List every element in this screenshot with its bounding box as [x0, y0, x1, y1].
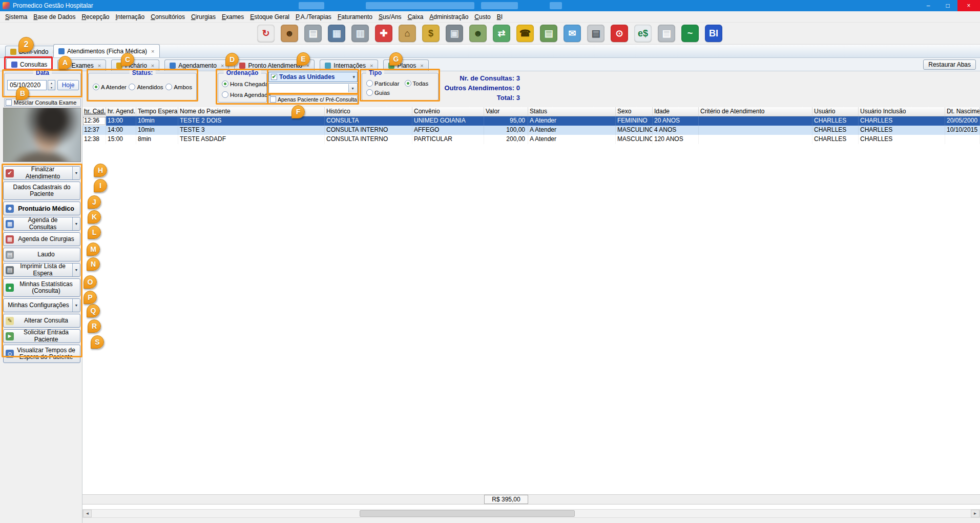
- tab-close-icon[interactable]: ×: [151, 48, 154, 54]
- tab-close-icon[interactable]: ×: [151, 63, 154, 69]
- cell[interactable]: [699, 135, 812, 144]
- radio-a-atender[interactable]: A Atender: [93, 84, 127, 90]
- patients-icon[interactable]: ☻: [281, 25, 298, 42]
- cell[interactable]: 4 ANOS: [653, 126, 699, 135]
- menu-administracao[interactable]: Administração: [426, 12, 471, 22]
- menu-custo[interactable]: Custo: [471, 12, 493, 22]
- scrollbar-thumb[interactable]: [360, 510, 575, 517]
- computer-icon[interactable]: ▦: [328, 25, 345, 42]
- dropdown-arrow-icon[interactable]: ▼: [72, 167, 80, 179]
- e-billing-icon[interactable]: e$: [634, 25, 652, 42]
- invoice-icon[interactable]: ▤: [587, 25, 604, 42]
- column-header-tempo-espera[interactable]: Tempo Espera: [136, 107, 178, 116]
- column-header-nome-do-paciente[interactable]: Nome do Paciente: [178, 107, 325, 116]
- finalizar-atendimento-button[interactable]: ✔Finalizar Atendimento▼: [3, 166, 80, 180]
- scroll-left-icon[interactable]: ◄: [83, 510, 92, 517]
- bi-icon[interactable]: BI: [705, 25, 722, 42]
- money-icon[interactable]: $: [422, 25, 440, 42]
- imprimir-lista-de-espera-button[interactable]: ▤Imprimir Lista de Espera▼: [3, 263, 80, 277]
- radio-ambos[interactable]: Ambos: [165, 84, 192, 90]
- tab-bem-vindo[interactable]: Bem-vindo×: [5, 46, 61, 57]
- tab-planos[interactable]: Planos×: [383, 59, 428, 71]
- menu-cirurgias[interactable]: Cirurgias: [188, 12, 219, 22]
- date-spinner[interactable]: ▴▾: [48, 80, 55, 90]
- alterar-consulta-button[interactable]: ✎Alterar Consulta: [3, 314, 80, 328]
- tab-close-icon[interactable]: ×: [420, 63, 423, 69]
- radio-atendidos[interactable]: Atendidos: [129, 84, 163, 90]
- radio-todas[interactable]: Todas: [405, 80, 429, 87]
- tab-exames[interactable]: Exames×: [57, 59, 106, 71]
- power-icon[interactable]: ⊙: [611, 25, 628, 42]
- phonebook-icon[interactable]: ☎: [516, 25, 534, 42]
- menu-sistema[interactable]: Sistema: [2, 12, 30, 22]
- cell[interactable]: 12:37: [82, 126, 106, 135]
- tab-agendamento[interactable]: Agendamento×: [164, 59, 229, 71]
- tab-close-icon[interactable]: ×: [221, 63, 224, 69]
- cell[interactable]: CONSULTA INTERNO: [325, 126, 412, 135]
- cell[interactable]: 200,00: [484, 135, 528, 144]
- cell[interactable]: A Atender: [528, 126, 616, 135]
- column-header-idade[interactable]: Idade: [653, 107, 699, 116]
- agenda-de-cirurgias-button[interactable]: ▦Agenda de Cirurgias: [3, 232, 80, 246]
- minhas-configuracoes-button[interactable]: Minhas Configurações▼: [3, 298, 80, 312]
- column-header-dt-nascimento[interactable]: Dt. Nascimento: [945, 107, 980, 116]
- menu-consultorios[interactable]: Consultórios: [148, 12, 188, 22]
- printer-icon[interactable]: ▤: [304, 25, 322, 42]
- radio-hora-chegada[interactable]: Hora Chegada: [222, 81, 271, 87]
- today-button[interactable]: Hoje: [57, 80, 79, 90]
- cell[interactable]: AFFEGO: [412, 126, 484, 135]
- cell[interactable]: 100,00: [484, 126, 528, 135]
- date-input[interactable]: 05/10/2020: [7, 80, 47, 90]
- radio-particular[interactable]: Particular: [366, 80, 400, 87]
- ledger-icon[interactable]: ▤: [540, 25, 557, 42]
- cell[interactable]: CHARLLES: [812, 116, 859, 126]
- cell[interactable]: [699, 116, 812, 126]
- menu-base-de-dados[interactable]: Base de Dados: [30, 12, 78, 22]
- radio-hora-agendada[interactable]: Hora Agendada: [222, 91, 271, 98]
- cell[interactable]: CONSULTA INTERNO: [325, 135, 412, 144]
- menu-exames[interactable]: Exames: [219, 12, 247, 22]
- cell[interactable]: UNIMED GOIANIA: [412, 116, 484, 126]
- column-header-usuario[interactable]: Usuário: [812, 107, 859, 116]
- cell[interactable]: 95,00: [484, 116, 528, 126]
- menu-estoque-geral[interactable]: Estoque Geral: [247, 12, 293, 22]
- menu-recepcao[interactable]: Recepção: [78, 12, 112, 22]
- cell[interactable]: CONSULTA: [325, 116, 412, 126]
- cell[interactable]: A Atender: [528, 116, 616, 126]
- cell[interactable]: 12:36: [82, 116, 106, 126]
- payment-icon[interactable]: ☻: [469, 25, 487, 42]
- column-header-valor[interactable]: Valor: [484, 107, 528, 116]
- cell[interactable]: FEMININO: [616, 116, 653, 126]
- column-header-hr-agend[interactable]: hr. Agend.: [106, 107, 136, 116]
- dados-cadastrais-do-paciente-button[interactable]: Dados Cadastrais do Paciente: [3, 182, 80, 200]
- unit-select[interactable]: ▾: [268, 83, 358, 93]
- table-row[interactable]: 12:3815:008minTESTE ASDADFCONSULTA INTER…: [82, 135, 980, 144]
- cell[interactable]: CHARLLES: [859, 116, 945, 126]
- tab-close-icon[interactable]: ×: [306, 63, 309, 69]
- cell[interactable]: 15:00: [106, 135, 136, 144]
- column-header-convenio[interactable]: Convênio: [412, 107, 484, 116]
- dropdown-arrow-icon[interactable]: ▼: [72, 299, 80, 312]
- menu-p-a-terapias[interactable]: P.A./Terapias: [293, 12, 335, 22]
- cell[interactable]: CHARLLES: [859, 126, 945, 135]
- cell[interactable]: MASCULINO: [616, 135, 653, 144]
- chevron-down-icon[interactable]: ▾: [348, 84, 357, 92]
- column-header-criterio-de-atendimento[interactable]: Critério de Atendimento: [699, 107, 812, 116]
- cell[interactable]: CHARLLES: [812, 135, 859, 144]
- radio-guias[interactable]: Guias: [366, 89, 390, 96]
- cell[interactable]: 12:38: [82, 135, 106, 144]
- cell[interactable]: 20 ANOS: [653, 116, 699, 126]
- close-button[interactable]: ×: [957, 0, 980, 11]
- dropdown-arrow-icon[interactable]: ▼: [72, 264, 80, 276]
- column-header-historico[interactable]: Histórico: [325, 107, 412, 116]
- cell[interactable]: CHARLLES: [812, 126, 859, 135]
- cell[interactable]: TESTE 2 DOIS: [178, 116, 325, 126]
- restore-tabs-button[interactable]: Restaurar Abas: [923, 59, 976, 70]
- hospital-billing-icon[interactable]: ⌂: [399, 25, 416, 42]
- merge-exam-checkbox[interactable]: Mesclar Consulta Exame: [4, 98, 81, 107]
- refresh-icon[interactable]: ↻: [257, 25, 275, 42]
- document-icon[interactable]: ▤: [658, 25, 675, 42]
- ambulance-icon[interactable]: ✚: [375, 25, 392, 42]
- cell[interactable]: 10/10/2015: [945, 126, 980, 135]
- prontuario-medico-button[interactable]: ☻Prontuário Médico: [3, 202, 80, 215]
